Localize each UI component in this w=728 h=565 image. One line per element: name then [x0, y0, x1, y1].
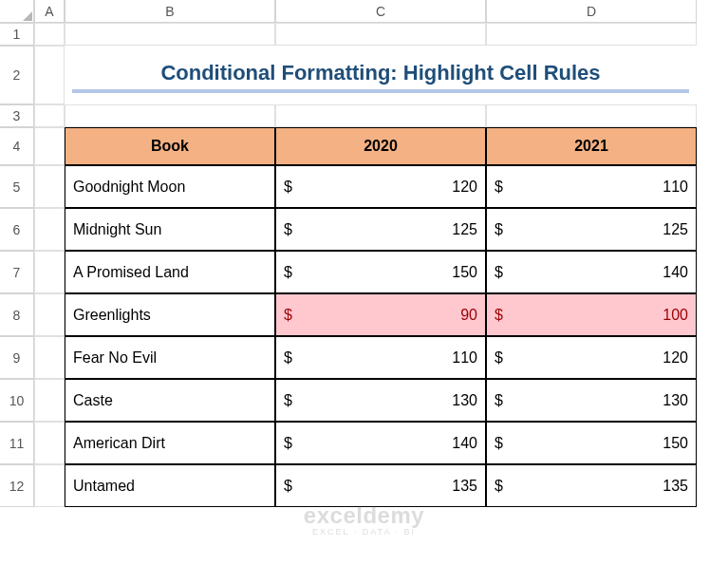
currency-symbol: $: [495, 264, 503, 281]
row-header-2[interactable]: 2: [0, 46, 34, 104]
table-row-y2[interactable]: $120: [486, 336, 697, 379]
table-row-book[interactable]: Midnight Sun: [65, 208, 275, 251]
row-header-1[interactable]: 1: [0, 23, 34, 46]
cell-value: 90: [460, 307, 477, 324]
select-all-triangle[interactable]: [0, 0, 34, 23]
table-row-y2[interactable]: $150: [486, 422, 697, 464]
cell-blank[interactable]: [275, 23, 486, 46]
row-header-12[interactable]: 12: [0, 464, 34, 507]
table-row-book[interactable]: Fear No Evil: [65, 336, 275, 379]
currency-symbol: $: [495, 349, 503, 367]
cell-value: 140: [663, 264, 688, 281]
table-row-y1[interactable]: $135: [275, 464, 486, 507]
table-row-y1[interactable]: $130: [275, 379, 486, 422]
row-header-11[interactable]: 11: [0, 422, 34, 464]
currency-symbol: $: [284, 179, 292, 196]
row-header-6[interactable]: 6: [0, 208, 34, 251]
currency-symbol: $: [495, 435, 503, 452]
currency-symbol: $: [495, 392, 503, 409]
table-row-book[interactable]: Caste: [65, 379, 275, 422]
table-row-y1[interactable]: $110: [275, 336, 486, 379]
row-header-4[interactable]: 4: [0, 127, 34, 165]
table-row-y2[interactable]: $110: [486, 165, 697, 208]
currency-symbol: $: [495, 221, 503, 238]
column-header-C[interactable]: C: [275, 0, 486, 23]
cell-blank[interactable]: [65, 23, 275, 46]
cell-blank[interactable]: [34, 251, 65, 293]
cell-blank[interactable]: [34, 127, 65, 165]
currency-symbol: $: [284, 392, 292, 409]
row-header-9[interactable]: 9: [0, 336, 34, 379]
cell-blank[interactable]: [34, 208, 65, 251]
column-header-B[interactable]: B: [65, 0, 275, 23]
row-header-5[interactable]: 5: [0, 165, 34, 208]
table-row-y2[interactable]: $100: [486, 293, 697, 336]
table-row-y1[interactable]: $140: [275, 422, 486, 464]
table-row-book[interactable]: American Dirt: [65, 422, 275, 464]
cell-value: 135: [663, 478, 688, 495]
cell-blank[interactable]: [65, 104, 275, 127]
currency-symbol: $: [495, 307, 503, 324]
cell-value: 100: [663, 307, 688, 324]
page-title: Conditional Formatting: Highlight Cell R…: [72, 57, 689, 93]
table-row-y2[interactable]: $130: [486, 379, 697, 422]
row-header-7[interactable]: 7: [0, 251, 34, 293]
cell-blank[interactable]: [34, 23, 65, 46]
cell-blank[interactable]: [34, 46, 65, 104]
cell-value: 120: [663, 349, 688, 367]
column-header-D[interactable]: D: [486, 0, 697, 23]
table-row-book[interactable]: Greenlights: [65, 293, 275, 336]
currency-symbol: $: [284, 435, 292, 452]
cell-blank[interactable]: [34, 464, 65, 507]
currency-symbol: $: [495, 478, 503, 495]
currency-symbol: $: [284, 349, 292, 367]
cell-value: 110: [452, 349, 477, 367]
table-header-book[interactable]: Book: [65, 127, 275, 165]
cell-value: 135: [452, 478, 477, 495]
table-row-y2[interactable]: $140: [486, 251, 697, 293]
cell-blank[interactable]: [34, 379, 65, 422]
table-row-book[interactable]: A Promised Land: [65, 251, 275, 293]
table-header-y2[interactable]: 2021: [486, 127, 697, 165]
cell-blank[interactable]: [34, 293, 65, 336]
currency-symbol: $: [284, 307, 292, 324]
cell-value: 150: [663, 435, 688, 452]
row-header-8[interactable]: 8: [0, 293, 34, 336]
cell-value: 130: [452, 392, 477, 409]
table-row-book[interactable]: Untamed: [65, 464, 275, 507]
cell-blank[interactable]: [34, 104, 65, 127]
cell-blank[interactable]: [486, 23, 697, 46]
row-header-3[interactable]: 3: [0, 104, 34, 127]
table-row-y2[interactable]: $125: [486, 208, 697, 251]
cell-value: 125: [663, 221, 688, 238]
watermark-sub: EXCEL · DATA · BI: [304, 527, 424, 537]
cell-value: 125: [452, 221, 477, 238]
cell-blank[interactable]: [34, 336, 65, 379]
table-row-book[interactable]: Goodnight Moon: [65, 165, 275, 208]
row-header-10[interactable]: 10: [0, 379, 34, 422]
currency-symbol: $: [284, 478, 292, 495]
title-cell[interactable]: Conditional Formatting: Highlight Cell R…: [65, 46, 697, 104]
cell-blank[interactable]: [275, 104, 486, 127]
cell-value: 120: [452, 179, 477, 196]
table-row-y1[interactable]: $150: [275, 251, 486, 293]
cell-value: 150: [452, 264, 477, 281]
table-row-y2[interactable]: $135: [486, 464, 697, 507]
cell-value: 140: [452, 435, 477, 452]
column-header-A[interactable]: A: [34, 0, 65, 23]
currency-symbol: $: [495, 179, 503, 196]
cell-value: 110: [663, 179, 688, 196]
table-row-y1[interactable]: $125: [275, 208, 486, 251]
table-header-y1[interactable]: 2020: [275, 127, 486, 165]
table-row-y1[interactable]: $120: [275, 165, 486, 208]
currency-symbol: $: [284, 221, 292, 238]
cell-blank[interactable]: [34, 422, 65, 464]
table-row-y1[interactable]: $90: [275, 293, 486, 336]
cell-blank[interactable]: [486, 104, 697, 127]
cell-value: 130: [663, 392, 688, 409]
watermark: exceldemy EXCEL · DATA · BI: [304, 502, 424, 537]
currency-symbol: $: [284, 264, 292, 281]
cell-blank[interactable]: [34, 165, 65, 208]
